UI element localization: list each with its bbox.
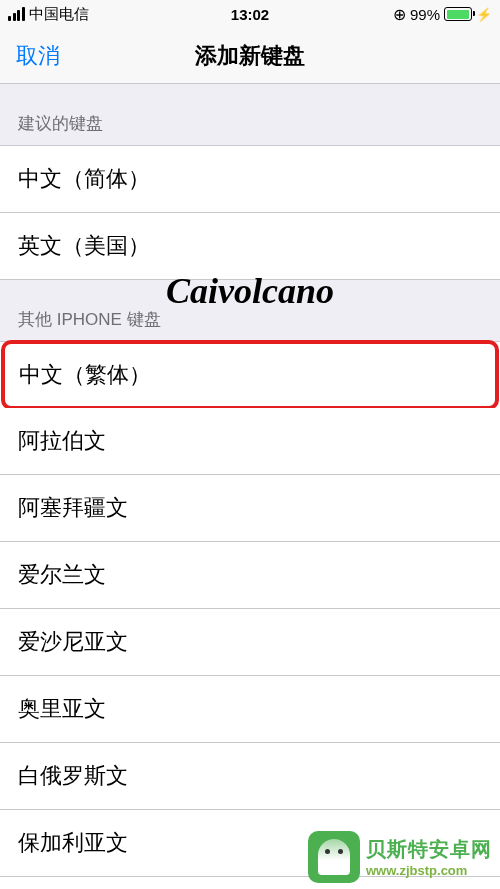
keyboard-item-irish[interactable]: 爱尔兰文 bbox=[0, 542, 500, 609]
keyboard-item-bulgarian[interactable]: 保加利亚文 bbox=[0, 810, 500, 877]
nav-bar: 取消 添加新键盘 bbox=[0, 28, 500, 84]
keyboard-item-chinese-traditional[interactable]: 中文（繁体） bbox=[1, 340, 499, 410]
section-header-other: 其他 IPHONE 键盘 bbox=[0, 280, 500, 341]
status-time: 13:02 bbox=[231, 6, 269, 23]
battery-percent: 99% bbox=[410, 6, 440, 23]
charging-icon: ⚡ bbox=[476, 7, 492, 22]
keyboard-item-estonian[interactable]: 爱沙尼亚文 bbox=[0, 609, 500, 676]
battery-icon bbox=[444, 7, 472, 21]
suggested-list: 中文（简体） 英文（美国） bbox=[0, 145, 500, 280]
keyboard-item-english-us[interactable]: 英文（美国） bbox=[0, 213, 500, 279]
orientation-lock-icon: ⊕ bbox=[393, 5, 406, 24]
keyboard-item-arabic[interactable]: 阿拉伯文 bbox=[0, 408, 500, 475]
keyboard-item-azerbaijani[interactable]: 阿塞拜疆文 bbox=[0, 475, 500, 542]
keyboard-item-oriya[interactable]: 奥里亚文 bbox=[0, 676, 500, 743]
page-title: 添加新键盘 bbox=[195, 41, 305, 71]
section-header-suggested: 建议的键盘 bbox=[0, 84, 500, 145]
status-left: 中国电信 bbox=[8, 5, 89, 24]
keyboard-item-belarusian[interactable]: 白俄罗斯文 bbox=[0, 743, 500, 810]
status-bar: 中国电信 13:02 ⊕ 99% ⚡ bbox=[0, 0, 500, 28]
cancel-button[interactable]: 取消 bbox=[16, 41, 60, 71]
signal-icon bbox=[8, 7, 25, 21]
keyboard-item-icelandic[interactable]: 冰岛文 bbox=[0, 877, 500, 889]
keyboard-item-chinese-simplified[interactable]: 中文（简体） bbox=[0, 146, 500, 213]
other-list: 中文（繁体） 阿拉伯文 阿塞拜疆文 爱尔兰文 爱沙尼亚文 奥里亚文 白俄罗斯文 … bbox=[0, 341, 500, 889]
carrier-label: 中国电信 bbox=[29, 5, 89, 24]
status-right: ⊕ 99% ⚡ bbox=[393, 5, 492, 24]
